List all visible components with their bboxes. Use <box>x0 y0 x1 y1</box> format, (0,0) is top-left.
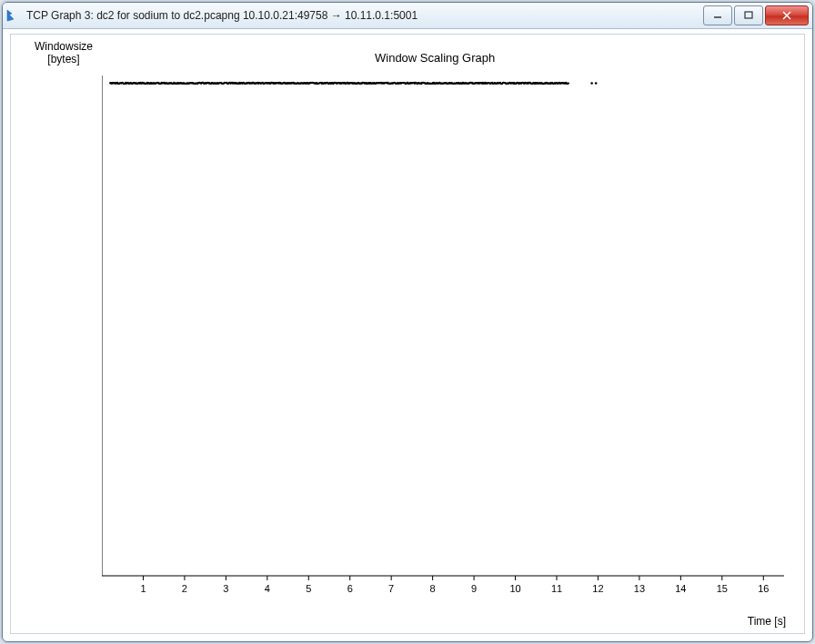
x-tick-label: 1 <box>140 583 146 594</box>
plot-svg[interactable]: 1000020000300004000050000600001234567891… <box>102 75 793 603</box>
x-tick-label: 6 <box>347 583 353 594</box>
x-tick-label: 13 <box>634 583 645 594</box>
chart-title: Window Scaling Graph <box>375 51 495 65</box>
x-axis-label: Time [s] <box>748 615 786 628</box>
data-point-outlier <box>595 82 598 85</box>
x-tick-label: 10 <box>509 583 520 594</box>
x-tick-label: 12 <box>592 583 603 594</box>
x-tick-label: 16 <box>758 583 769 594</box>
x-tick-label: 14 <box>675 583 686 594</box>
svg-point-743 <box>568 82 569 84</box>
app-window: TCP Graph 3: dc2 for sodium to dc2.pcapn… <box>2 2 813 642</box>
x-tick-label: 5 <box>306 583 311 594</box>
x-tick-label: 2 <box>182 583 187 594</box>
x-tick-label: 3 <box>223 583 228 594</box>
x-tick-label: 7 <box>388 583 394 594</box>
chart-area[interactable]: Windowsize [bytes] Window Scaling Graph … <box>10 34 805 634</box>
y-axis-label-line1: Windowsize <box>35 40 93 53</box>
titlebar[interactable]: TCP Graph 3: dc2 for sodium to dc2.pcapn… <box>3 3 812 29</box>
x-tick-label: 9 <box>471 583 477 594</box>
x-tick-label: 4 <box>265 583 270 594</box>
x-tick-label: 15 <box>717 583 728 594</box>
window-title: TCP Graph 3: dc2 for sodium to dc2.pcapn… <box>26 9 701 22</box>
window-controls <box>701 5 809 25</box>
close-button[interactable] <box>765 5 809 25</box>
x-tick-label: 8 <box>430 583 436 594</box>
app-icon <box>6 8 21 23</box>
data-point-outlier <box>590 82 593 85</box>
svg-rect-1 <box>745 12 752 18</box>
y-axis-label-line2: [bytes] <box>47 53 79 65</box>
maximize-button[interactable] <box>734 5 763 25</box>
x-tick-label: 11 <box>551 583 562 594</box>
y-axis-label: Windowsize [bytes] <box>27 40 100 66</box>
data-series <box>109 82 597 85</box>
minimize-button[interactable] <box>703 5 732 25</box>
